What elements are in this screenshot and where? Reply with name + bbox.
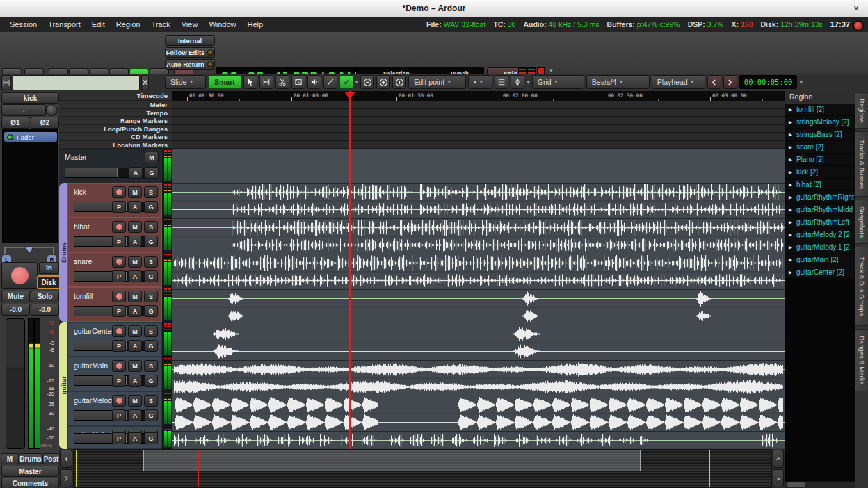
- trim-knob[interactable]: [46, 104, 58, 116]
- track-a-button[interactable]: A: [128, 201, 142, 213]
- track-record-button[interactable]: [112, 360, 126, 372]
- range-tool-button[interactable]: [259, 75, 273, 89]
- track-name[interactable]: Master: [65, 153, 87, 161]
- track-header-guitarmelody-1[interactable]: guitarMelody 1MSPAG: [67, 391, 162, 426]
- menu-window[interactable]: Window: [203, 17, 241, 32]
- expander-icon[interactable]: ▶: [789, 195, 792, 200]
- edit-tool-button[interactable]: [339, 75, 353, 89]
- track-header-snare[interactable]: snareMSPAG: [67, 252, 162, 287]
- track-a-button[interactable]: A: [129, 167, 143, 179]
- track-a-button[interactable]: A: [128, 432, 142, 444]
- track-name[interactable]: tomfill: [74, 292, 93, 300]
- scroll-right-button[interactable]: [60, 469, 72, 487]
- track-lanes[interactable]: [172, 149, 785, 449]
- snap-mode-dropdown[interactable]: Slide▾: [165, 75, 206, 89]
- menu-help[interactable]: Help: [242, 17, 269, 32]
- track-p-button[interactable]: P: [112, 432, 126, 444]
- track-g-button[interactable]: G: [144, 201, 158, 213]
- draw-tool-button[interactable]: [323, 75, 337, 89]
- track-mute-button[interactable]: M: [128, 325, 142, 337]
- track-header-guitarcenter[interactable]: guitarCenterMSPAG: [67, 322, 162, 357]
- input-monitor-button[interactable]: In: [39, 262, 59, 274]
- track-solo-button[interactable]: S: [144, 186, 158, 198]
- expander-icon[interactable]: ▶: [789, 245, 792, 250]
- processor-box[interactable]: Fader: [2, 129, 58, 243]
- fit-selection-icon[interactable]: [1, 75, 11, 90]
- expander-icon[interactable]: ▶: [789, 182, 792, 188]
- waveform-canvas[interactable]: [172, 219, 785, 254]
- ruler-row[interactable]: [172, 125, 785, 133]
- tab-track-bus-groups[interactable]: Track & Bus Groups: [855, 247, 868, 326]
- smart-mode-button[interactable]: Smart: [208, 75, 241, 89]
- scroll-down-button[interactable]: [773, 469, 784, 487]
- region-list-item[interactable]: ▶stringsBass [2]: [785, 129, 855, 140]
- track-mute-button[interactable]: M: [128, 186, 142, 198]
- expander-icon[interactable]: ▶: [789, 120, 792, 125]
- transport-expander-icon[interactable]: ▾: [549, 67, 553, 74]
- track-name[interactable]: guitarMain: [74, 361, 108, 370]
- tab-regions[interactable]: Regions: [855, 92, 868, 129]
- playhead-marker-icon[interactable]: [344, 92, 355, 99]
- tab-master-strip[interactable]: M: [1, 453, 19, 464]
- track-p-button[interactable]: P: [112, 409, 126, 421]
- sync-internal-button[interactable]: Internal: [165, 35, 215, 46]
- marker-dropdown[interactable]: •▾: [468, 75, 492, 89]
- track-solo-button[interactable]: S: [144, 221, 158, 233]
- track-header-tomfill[interactable]: tomfillMSPAG: [67, 287, 162, 322]
- zoom-session-button[interactable]: [392, 75, 406, 89]
- expander-icon[interactable]: ▶: [789, 257, 792, 263]
- track-mute-button[interactable]: M: [128, 395, 142, 407]
- track-g-button[interactable]: G: [144, 409, 158, 421]
- peak-display[interactable]: -0.0: [31, 304, 59, 316]
- track-record-button[interactable]: [112, 186, 126, 198]
- height-expander-icon[interactable]: ▾: [527, 79, 530, 86]
- scroll-up-button[interactable]: [773, 450, 784, 468]
- master-strip-button[interactable]: Master: [1, 466, 59, 477]
- track-g-button[interactable]: G: [144, 340, 158, 352]
- lane-master[interactable]: [172, 149, 785, 184]
- follow-edits-toggle[interactable]: Follow Edits: [165, 47, 215, 58]
- region-list-item[interactable]: ▶tomfill [2]: [785, 104, 855, 115]
- playhead-dropdown[interactable]: Playhead▾: [652, 75, 705, 89]
- track-name[interactable]: snare: [74, 257, 92, 266]
- track-a-button[interactable]: A: [128, 305, 142, 317]
- lane-snare[interactable]: [172, 254, 785, 290]
- gain-display[interactable]: -0.0: [1, 304, 30, 316]
- region-list-item[interactable]: ▶stringsMelody [2]: [785, 116, 855, 128]
- output-button[interactable]: -: [1, 104, 46, 116]
- track-header-kick[interactable]: kickMSPAG: [67, 183, 162, 218]
- track-name[interactable]: guitarCenter: [74, 327, 114, 335]
- track-g-button[interactable]: G: [144, 375, 158, 387]
- waveform-canvas[interactable]: [172, 361, 785, 396]
- expander-icon[interactable]: ▶: [789, 220, 792, 225]
- track-solo-button[interactable]: S: [144, 291, 158, 302]
- zoom-in-button[interactable]: [376, 75, 390, 89]
- expander-icon[interactable]: ▶: [789, 270, 792, 275]
- mute-button[interactable]: Mute: [1, 291, 30, 302]
- menu-edit[interactable]: Edit: [86, 17, 111, 32]
- menu-session[interactable]: Session: [4, 17, 42, 32]
- track-record-button[interactable]: [112, 221, 126, 233]
- region-list-item[interactable]: ▶guitarRhythmRight: [785, 191, 855, 203]
- track-p-button[interactable]: P: [112, 375, 126, 387]
- track-p-button[interactable]: P: [112, 270, 126, 282]
- track-name[interactable]: hihat: [74, 222, 90, 231]
- strip-track-name-button[interactable]: kick: [1, 92, 59, 104]
- scrollbar-thumb[interactable]: [787, 482, 805, 487]
- region-list-item[interactable]: ▶hihat [2]: [785, 179, 855, 190]
- track-solo-button[interactable]: S: [144, 360, 158, 372]
- disk-monitor-button[interactable]: Disk: [37, 275, 61, 289]
- ruler-row[interactable]: [172, 141, 785, 149]
- region-list-scrollbar[interactable]: [785, 481, 855, 488]
- region-list-item[interactable]: ▶guitarMelody 2 [2: [785, 229, 855, 241]
- track-g-button[interactable]: G: [144, 432, 158, 444]
- track-record-button[interactable]: [112, 325, 126, 337]
- track-a-button[interactable]: A: [128, 236, 142, 247]
- region-list-item[interactable]: ▶guitarRhythmMidd: [785, 204, 855, 215]
- phase-2-button[interactable]: Ø2: [31, 117, 59, 129]
- auto-return-toggle[interactable]: Auto Return: [165, 59, 215, 70]
- menu-view[interactable]: View: [176, 17, 204, 32]
- track-g-button[interactable]: G: [144, 270, 158, 282]
- waveform-canvas[interactable]: [172, 396, 785, 431]
- lane-guitarmain[interactable]: [172, 361, 785, 396]
